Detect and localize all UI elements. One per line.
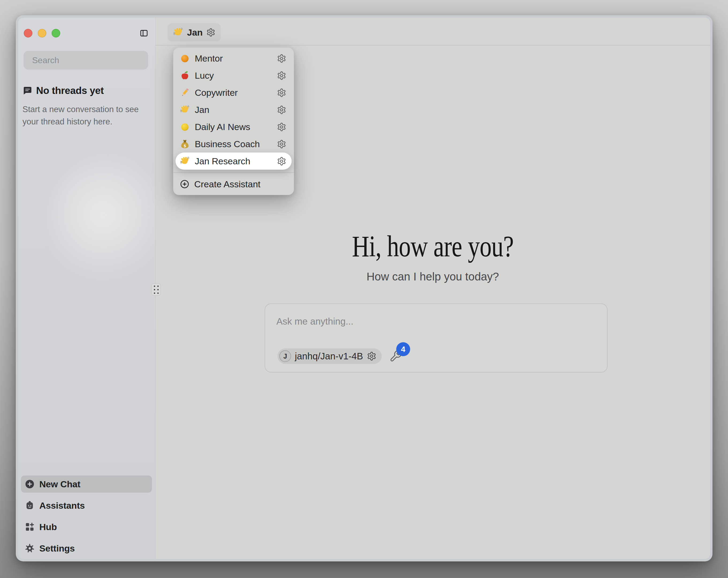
gear-icon[interactable] [277, 71, 286, 80]
zoom-window-button[interactable] [52, 29, 60, 37]
gear-icon[interactable] [277, 156, 286, 166]
menu-item-jan[interactable]: Jan [176, 101, 292, 118]
minimize-window-button[interactable] [38, 29, 46, 37]
model-name: janhq/Jan-v1-4B [295, 351, 363, 361]
menu-item-label: Business Coach [195, 139, 272, 149]
gear-icon[interactable] [277, 88, 286, 97]
pencil-icon [180, 87, 190, 98]
sidebar-item-settings[interactable]: Settings [21, 540, 152, 557]
close-window-button[interactable] [24, 29, 32, 37]
threads-empty-state: No threads yet Start a new conversation … [23, 85, 143, 128]
circle-plus-icon [180, 179, 189, 189]
assistant-selector-label: Jan [187, 27, 203, 38]
search-box[interactable] [24, 51, 148, 70]
menu-item-label: Jan Research [195, 156, 272, 167]
greeting-subtitle: How can I help you today? [155, 270, 710, 283]
sidebar-toggle-button[interactable] [138, 28, 149, 39]
grid-plus-icon [25, 522, 35, 532]
empty-state-line1: Start a new conversation to see [23, 103, 143, 116]
yellow-circle-icon [180, 122, 190, 132]
nav-label: Settings [39, 543, 75, 554]
empty-state-line2: your thread history here. [23, 116, 143, 128]
gear-icon[interactable] [367, 351, 376, 361]
menu-item-label: Mentor [195, 53, 272, 64]
sidebar-item-hub[interactable]: Hub [21, 518, 152, 535]
menu-item-mentor[interactable]: Mentor [176, 50, 292, 67]
menu-item-label: Copywriter [195, 87, 272, 98]
red-apple-icon [180, 70, 190, 80]
model-selector-button[interactable]: J janhq/Jan-v1-4B [278, 348, 382, 364]
gear-icon[interactable] [277, 105, 286, 115]
hero: Hi, how are you? How can I help you toda… [155, 231, 710, 283]
panel-left-icon [140, 29, 148, 37]
message-square-icon [23, 85, 33, 96]
composer-toolbar: J janhq/Jan-v1-4B 4 [278, 348, 402, 364]
tools-count-badge: 4 [396, 342, 410, 356]
gear-icon[interactable] [206, 28, 215, 37]
gear-icon[interactable] [277, 122, 286, 132]
main-area: Jan Mentor Lucy Copywriter [155, 18, 710, 559]
circle-plus-icon [25, 479, 35, 489]
sidebar: No threads yet Start a new conversation … [18, 18, 155, 559]
menu-item-label: Daily AI News [195, 122, 272, 132]
menu-item-copywriter[interactable]: Copywriter [176, 84, 292, 101]
gear-icon[interactable] [277, 140, 286, 149]
window-content: No threads yet Start a new conversation … [18, 18, 710, 559]
gear-icon[interactable] [277, 54, 286, 63]
menu-item-daily-ai-news[interactable]: Daily AI News [176, 118, 292, 135]
sidebar-nav: New Chat Assistants Hub Settings [21, 476, 152, 559]
gear-icon [25, 543, 35, 553]
nav-label: Hub [39, 522, 57, 532]
greeting-heading: Hi, how are you? [211, 231, 654, 261]
menu-item-jan-research[interactable]: Jan Research [176, 153, 292, 170]
tools-button[interactable]: 4 [389, 350, 402, 362]
create-assistant-label: Create Assistant [194, 179, 261, 190]
chat-composer[interactable]: J janhq/Jan-v1-4B 4 [265, 303, 607, 373]
orange-circle-icon [180, 53, 190, 64]
model-avatar: J [279, 350, 291, 362]
menu-item-label: Lucy [195, 70, 272, 81]
main-header: Jan [155, 18, 710, 46]
assistant-menu: Mentor Lucy Copywriter Jan [173, 47, 294, 195]
bot-icon [25, 500, 35, 510]
traffic-lights [24, 29, 60, 37]
assistant-selector-button[interactable]: Jan [167, 23, 221, 42]
sidebar-item-new-chat[interactable]: New Chat [21, 476, 152, 493]
sidebar-logo-blur [48, 157, 171, 285]
empty-state-title: No threads yet [36, 85, 104, 96]
menu-divider [173, 172, 294, 173]
waving-hand-icon [180, 105, 190, 115]
menu-item-business-coach[interactable]: Business Coach [176, 135, 292, 153]
app-window: No threads yet Start a new conversation … [16, 15, 712, 561]
menu-item-label: Jan [195, 105, 272, 115]
waving-hand-icon [180, 156, 190, 166]
nav-label: New Chat [39, 479, 80, 489]
search-input[interactable] [32, 55, 145, 65]
money-bag-icon [180, 139, 190, 149]
sidebar-item-assistants[interactable]: Assistants [21, 497, 152, 514]
create-assistant-button[interactable]: Create Assistant [176, 176, 292, 193]
waving-hand-icon [173, 27, 184, 38]
menu-item-lucy[interactable]: Lucy [176, 67, 292, 84]
sidebar-resize-handle[interactable] [151, 283, 161, 296]
nav-label: Assistants [39, 500, 85, 511]
